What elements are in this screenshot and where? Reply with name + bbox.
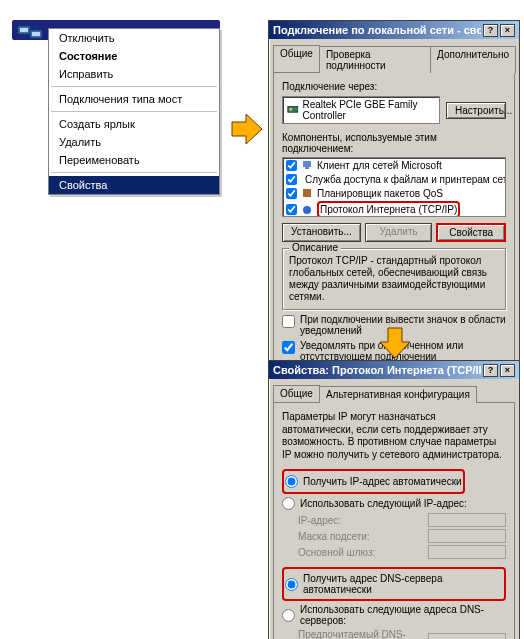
highlight: Получить адрес DNS-сервера автоматически — [282, 567, 506, 601]
item-checkbox[interactable] — [286, 204, 297, 215]
checkbox[interactable] — [282, 341, 295, 354]
nic-icon — [287, 104, 299, 116]
titlebar[interactable]: Свойства: Протокол Интернета (TCP/IP) ? … — [269, 361, 519, 379]
ip-address-row: IP-адрес: — [298, 513, 506, 527]
auto-dns-radio[interactable]: Получить адрес DNS-сервера автоматически — [285, 573, 503, 595]
radio[interactable] — [285, 475, 298, 488]
radio-label: Использовать следующий IP-адрес: — [300, 498, 467, 509]
ctx-properties[interactable]: Свойства — [49, 176, 219, 194]
separator — [51, 86, 217, 87]
uninstall-button: Удалить — [365, 223, 433, 242]
ctx-shortcut[interactable]: Создать ярлык — [49, 115, 219, 133]
close-button[interactable]: × — [500, 364, 515, 377]
ctx-delete[interactable]: Удалить — [49, 133, 219, 151]
radio-label: Получить IP-адрес автоматически — [303, 476, 462, 487]
field-label: Маска подсети: — [298, 531, 428, 542]
highlight: Получить IP-адрес автоматически — [282, 469, 465, 494]
arrow-down-icon — [378, 326, 412, 360]
separator — [51, 111, 217, 112]
intro-text: Параметры IP могут назначаться автоматич… — [282, 411, 506, 461]
list-item[interactable]: Клиент для сетей Microsoft — [283, 158, 505, 172]
auto-ip-radio[interactable]: Получить IP-адрес автоматически — [285, 475, 462, 488]
subnet-mask-row: Маска подсети: — [298, 529, 506, 543]
close-button[interactable]: × — [500, 24, 515, 37]
protocol-icon — [301, 204, 313, 216]
arrow-right-icon — [230, 112, 264, 146]
ctx-disable[interactable]: Отключить — [49, 29, 219, 47]
field-label: Основной шлюз: — [298, 547, 428, 558]
svg-rect-7 — [288, 106, 298, 112]
tab-general[interactable]: Общие — [273, 385, 320, 402]
radio[interactable] — [285, 578, 298, 591]
help-button[interactable]: ? — [483, 24, 498, 37]
list-item[interactable]: Служба доступа к файлам и принтерам сете… — [283, 172, 505, 186]
svg-marker-14 — [380, 328, 410, 358]
separator — [51, 172, 217, 173]
manual-ip-radio[interactable]: Использовать следующий IP-адрес: — [282, 497, 506, 510]
gateway-row: Основной шлюз: — [298, 545, 506, 559]
tabstrip: Общие Проверка подлинности Дополнительно — [273, 45, 515, 72]
titlebar[interactable]: Подключение по локальной сети - свойства… — [269, 21, 519, 39]
dns1-row: Предпочитаемый DNS-сервер: — [298, 629, 506, 639]
properties-button[interactable]: Свойства — [436, 223, 506, 242]
svg-marker-6 — [232, 114, 262, 144]
item-label: Клиент для сетей Microsoft — [317, 160, 442, 171]
radio[interactable] — [282, 497, 295, 510]
ctx-repair[interactable]: Исправить — [49, 65, 219, 83]
window-title: Свойства: Протокол Интернета (TCP/IP) — [273, 364, 481, 376]
item-checkbox[interactable] — [286, 174, 297, 185]
svg-rect-10 — [305, 167, 309, 169]
ip-field — [428, 529, 506, 543]
radio-label: Использовать следующие адреса DNS-сервер… — [300, 604, 506, 626]
list-item[interactable]: Планировщик пакетов QoS — [283, 186, 505, 200]
connect-through-label: Подключение через: — [282, 81, 506, 92]
svg-rect-2 — [20, 28, 28, 32]
context-menu: Отключить Состояние Исправить Подключени… — [48, 28, 220, 195]
tab-auth[interactable]: Проверка подлинности — [319, 46, 431, 73]
checkbox[interactable] — [282, 315, 295, 328]
radio-label: Получить адрес DNS-сервера автоматически — [303, 573, 503, 595]
svg-rect-3 — [32, 32, 40, 36]
svg-rect-12 — [303, 189, 311, 197]
window-title: Подключение по локальной сети - свойства — [273, 24, 481, 36]
radio[interactable] — [282, 609, 295, 622]
adapter-name: Realtek PCIe GBE Family Controller — [303, 99, 435, 121]
service-icon — [301, 187, 313, 199]
item-checkbox[interactable] — [286, 160, 297, 171]
ctx-bridge[interactable]: Подключения типа мост — [49, 90, 219, 108]
svg-point-13 — [303, 206, 311, 214]
components-label: Компоненты, используемые этим подключени… — [282, 132, 506, 154]
svg-rect-9 — [303, 161, 311, 167]
field-label: IP-адрес: — [298, 515, 428, 526]
ctx-rename[interactable]: Переименовать — [49, 151, 219, 169]
ctx-status[interactable]: Состояние — [49, 47, 219, 65]
help-button[interactable]: ? — [483, 364, 498, 377]
ip-field — [428, 513, 506, 527]
client-icon — [301, 159, 313, 171]
tab-altconfig[interactable]: Альтернативная конфигурация — [319, 386, 477, 403]
item-label: Протокол Интернета (TCP/IP) — [320, 204, 457, 215]
item-label: Планировщик пакетов QoS — [317, 188, 443, 199]
tabstrip: Общие Альтернативная конфигурация — [273, 385, 515, 402]
svg-rect-8 — [289, 108, 291, 110]
adapter-field: Realtek PCIe GBE Family Controller — [282, 96, 440, 124]
tcpip-properties-dialog: Свойства: Протокол Интернета (TCP/IP) ? … — [268, 360, 520, 639]
ip-field — [428, 545, 506, 559]
field-label: Предпочитаемый DNS-сервер: — [298, 629, 428, 639]
description-text: Протокол TCP/IP - стандартный протокол г… — [289, 255, 499, 303]
tab-general[interactable]: Общие — [273, 45, 320, 72]
ip-field — [428, 633, 506, 639]
list-item[interactable]: Протокол Интернета (TCP/IP) — [283, 200, 505, 217]
network-icon — [16, 18, 44, 42]
configure-button[interactable]: Настроить... — [446, 102, 506, 119]
install-button[interactable]: Установить... — [282, 223, 361, 242]
item-checkbox[interactable] — [286, 188, 297, 199]
tab-advanced[interactable]: Дополнительно — [430, 46, 516, 73]
components-list[interactable]: Клиент для сетей Microsoft Служба доступ… — [282, 157, 506, 217]
highlight: Протокол Интернета (TCP/IP) — [317, 201, 460, 217]
item-label: Служба доступа к файлам и принтерам сете… — [305, 174, 506, 185]
description-title: Описание — [289, 242, 341, 253]
manual-dns-radio[interactable]: Использовать следующие адреса DNS-сервер… — [282, 604, 506, 626]
